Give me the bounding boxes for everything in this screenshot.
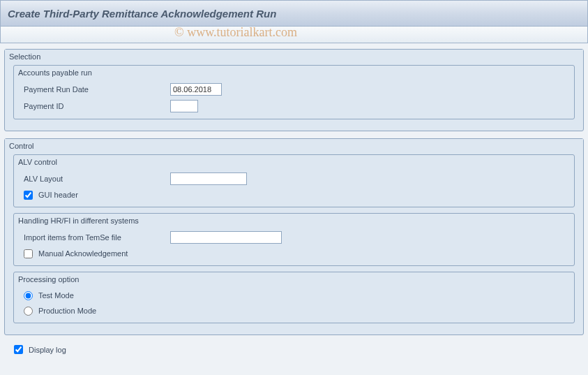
checkbox-gui-header[interactable] xyxy=(24,191,33,200)
input-import-temse[interactable] xyxy=(170,231,282,244)
row-gui-header: GUI header xyxy=(14,187,574,203)
group-hrfi: Handling HR/FI in different systems Impo… xyxy=(13,213,575,266)
group-alv-control-title: ALV control xyxy=(14,155,574,170)
row-payment-id: Payment ID xyxy=(14,98,574,115)
row-manual-ack: Manual Acknowledgement xyxy=(14,246,574,261)
title-bar: Create Third-Party Remittance Acknowledg… xyxy=(0,0,588,27)
group-accounts-payable-title: Accounts payable run xyxy=(14,66,574,81)
label-manual-ack: Manual Acknowledgement xyxy=(38,249,128,258)
section-selection-title: Selection xyxy=(5,50,583,65)
label-payment-run-date: Payment Run Date xyxy=(24,85,170,94)
input-alv-layout[interactable] xyxy=(170,172,247,185)
label-gui-header: GUI header xyxy=(38,191,78,199)
row-display-log: Display log xyxy=(4,342,584,357)
radio-test-mode[interactable] xyxy=(24,291,33,300)
toolbar-strip xyxy=(0,27,588,43)
label-payment-id: Payment ID xyxy=(24,102,170,110)
input-payment-id[interactable] xyxy=(170,100,198,112)
group-alv-control: ALV control ALV Layout GUI header xyxy=(13,154,575,207)
row-import-temse: Import items from TemSe file xyxy=(14,229,574,246)
section-control-title: Control xyxy=(5,139,583,154)
row-production-mode: Production Mode xyxy=(14,303,574,318)
checkbox-display-log[interactable] xyxy=(14,345,23,354)
row-alv-layout: ALV Layout xyxy=(14,170,574,187)
row-payment-run-date: Payment Run Date xyxy=(14,81,574,98)
input-payment-run-date[interactable] xyxy=(170,83,222,96)
page-title: Create Third-Party Remittance Acknowledg… xyxy=(8,8,276,20)
label-test-mode: Test Mode xyxy=(38,291,74,300)
group-processing-option-title: Processing option xyxy=(14,272,574,288)
row-test-mode: Test Mode xyxy=(14,288,574,303)
label-display-log: Display log xyxy=(29,346,66,354)
group-accounts-payable: Accounts payable run Payment Run Date Pa… xyxy=(13,65,575,119)
section-control: Control ALV control ALV Layout GUI heade… xyxy=(4,138,584,335)
content-area: Selection Accounts payable run Payment R… xyxy=(0,43,588,362)
group-processing-option: Processing option Test Mode Production M… xyxy=(13,272,575,323)
radio-production-mode[interactable] xyxy=(24,307,33,316)
label-alv-layout: ALV Layout xyxy=(24,175,170,183)
group-hrfi-title: Handling HR/FI in different systems xyxy=(14,214,574,229)
checkbox-manual-ack[interactable] xyxy=(24,249,33,258)
label-production-mode: Production Mode xyxy=(38,307,96,315)
section-selection: Selection Accounts payable run Payment R… xyxy=(4,49,584,131)
label-import-temse: Import items from TemSe file xyxy=(24,233,170,242)
